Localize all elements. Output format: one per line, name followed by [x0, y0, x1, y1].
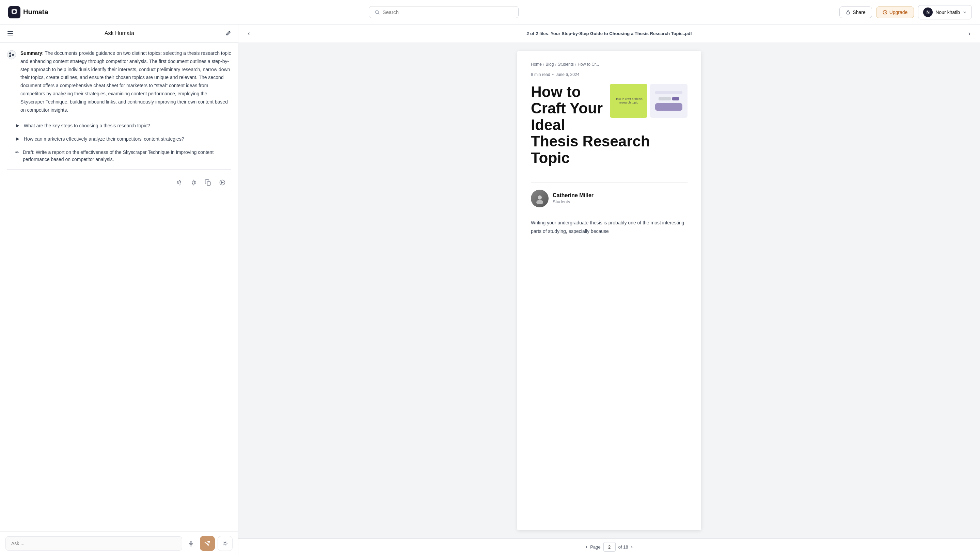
chevron-down-icon — [962, 10, 967, 14]
thumbnail-1: How to craft a thesis research topic — [610, 84, 647, 118]
arrow-icon-2: ► — [15, 136, 21, 142]
file-nav-text: 2 of 2 files: Your Step-by-Step Guide to… — [526, 31, 692, 36]
upgrade-button[interactable]: Upgrade — [876, 6, 914, 18]
svg-rect-9 — [207, 182, 210, 186]
svg-point-13 — [538, 196, 542, 199]
page-label: Page — [590, 544, 600, 550]
edit-icon[interactable] — [225, 30, 231, 37]
breadcrumb-students[interactable]: Students — [558, 62, 574, 67]
page-prev-arrow[interactable]: ‹ — [586, 544, 587, 550]
file-prev-arrow[interactable]: ‹ — [247, 29, 251, 38]
page-total: of 18 — [618, 544, 628, 550]
microphone-button[interactable] — [185, 537, 197, 550]
sparkle-button[interactable] — [218, 536, 233, 551]
send-button[interactable] — [200, 536, 215, 551]
question-item-2[interactable]: ► How can marketers effectively analyze … — [7, 136, 231, 143]
upgrade-label: Upgrade — [889, 10, 908, 15]
logo-text: Humata — [23, 8, 48, 16]
humata-logo-icon — [8, 6, 21, 18]
share-button[interactable]: Share — [839, 6, 872, 18]
svg-point-2 — [375, 10, 379, 13]
panel-title: Ask Humata — [104, 30, 134, 37]
pdf-container[interactable]: Home / Blog / Students / How to Cr... 8 … — [238, 43, 980, 538]
svg-rect-3 — [847, 12, 850, 14]
svg-rect-11 — [190, 541, 192, 544]
pdf-divider — [531, 213, 688, 213]
breadcrumb-current: How to Cr... — [577, 62, 599, 67]
draft-text: Draft: Write a report on the effectivene… — [23, 149, 231, 163]
publish-date: June 6, 2024 — [556, 72, 579, 77]
question-item-1[interactable]: ► What are the key steps to choosing a t… — [7, 122, 231, 129]
summary-icon — [7, 50, 16, 59]
hamburger-icon[interactable] — [7, 30, 14, 37]
file-navigation: ‹ 2 of 2 files: Your Step-by-Step Guide … — [238, 24, 980, 43]
breadcrumb-home[interactable]: Home — [531, 62, 542, 67]
search-icon — [375, 10, 380, 15]
author-name: Catherine Miller — [553, 192, 593, 199]
user-avatar: N — [923, 8, 933, 17]
author-photo — [531, 190, 549, 207]
ask-area — [0, 531, 238, 555]
draft-item: ✒ Draft: Write a report on the effective… — [7, 149, 231, 163]
user-name: Nour khatib — [935, 10, 960, 15]
author-area: Catherine Miller Students — [531, 183, 688, 207]
question-text-2[interactable]: How can marketers effectively analyze th… — [24, 136, 184, 143]
arrow-icon-1: ► — [15, 123, 21, 129]
thumb2-purple-bar — [655, 103, 682, 111]
audio-button[interactable] — [218, 178, 227, 187]
thumbnail-2 — [650, 84, 688, 118]
ask-input[interactable] — [5, 536, 182, 550]
upgrade-icon — [883, 10, 887, 14]
file-next-arrow[interactable]: › — [967, 29, 972, 38]
summary-label: Summary — [21, 50, 42, 56]
summary-body: : The documents provide guidance on two … — [21, 50, 231, 113]
pdf-thumbnails: How to craft a thesis research topic — [610, 84, 688, 118]
thumb1-text: How to craft a thesis research topic — [613, 97, 645, 104]
pdf-body-text: Writing your undergraduate thesis is pro… — [531, 218, 688, 236]
svg-point-8 — [9, 55, 11, 57]
feather-icon: ✒ — [15, 149, 19, 156]
read-time: 8 min read — [531, 72, 550, 77]
right-panel: ‹ 2 of 2 files: Your Step-by-Step Guide … — [238, 24, 980, 555]
breadcrumb-blog[interactable]: Blog — [545, 62, 554, 67]
thumb2-small-btn — [672, 97, 679, 101]
user-menu-button[interactable]: N Nour khatib — [918, 5, 972, 19]
svg-point-1 — [13, 10, 16, 13]
action-bar — [7, 175, 231, 190]
dislike-button[interactable] — [175, 178, 184, 187]
nav-right: Share Upgrade N Nour khatib — [839, 5, 972, 19]
search-bar[interactable] — [369, 6, 519, 18]
svg-point-12 — [224, 542, 226, 544]
panel-content: Summary: The documents provide guidance … — [0, 43, 238, 531]
svg-point-14 — [536, 200, 543, 204]
page-next-arrow[interactable]: › — [631, 544, 633, 550]
svg-point-6 — [9, 53, 11, 55]
breadcrumb: Home / Blog / Students / How to Cr... — [531, 62, 688, 67]
page-number-input[interactable] — [603, 542, 616, 552]
copy-button[interactable] — [203, 178, 213, 187]
pdf-page: Home / Blog / Students / How to Cr... 8 … — [517, 51, 701, 530]
question-text-1[interactable]: What are the key steps to choosing a the… — [24, 122, 150, 129]
thumb2-small-bar — [659, 97, 671, 101]
author-info: Catherine Miller Students — [553, 192, 593, 204]
main-layout: Ask Humata Summary: The documents provid… — [0, 24, 980, 555]
like-button[interactable] — [189, 178, 199, 187]
svg-point-5 — [7, 50, 16, 59]
pdf-meta: 8 min read • June 6, 2024 — [531, 72, 688, 77]
search-input[interactable] — [382, 9, 513, 15]
left-panel: Ask Humata Summary: The documents provid… — [0, 24, 238, 555]
top-navigation: Humata Share Upgrade N Nour — [0, 0, 980, 24]
page-navigation: ‹ Page of 18 › — [238, 538, 980, 555]
logo-area: Humata — [8, 6, 48, 18]
share-label: Share — [853, 10, 865, 15]
panel-header: Ask Humata — [0, 24, 238, 43]
svg-point-7 — [12, 54, 14, 56]
summary-content: Summary: The documents provide guidance … — [21, 50, 231, 114]
lock-icon — [846, 10, 851, 14]
summary-block: Summary: The documents provide guidance … — [7, 50, 231, 114]
author-tag: Students — [553, 199, 593, 204]
divider — [7, 169, 231, 170]
thumb2-bar1 — [655, 91, 682, 94]
